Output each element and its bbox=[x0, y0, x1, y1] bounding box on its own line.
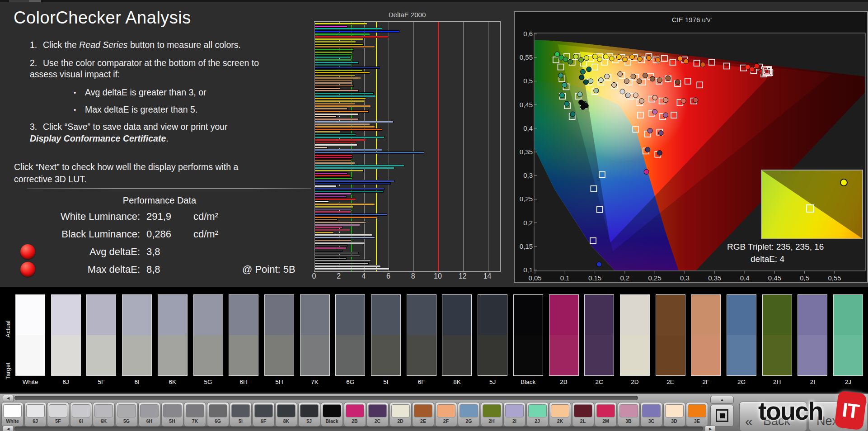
metric-extra: @ Point: 5B bbox=[242, 264, 306, 275]
swatch-button-6H[interactable]: 6H bbox=[138, 402, 160, 427]
measured-dot bbox=[652, 109, 657, 114]
comparator-patch-5G bbox=[193, 294, 223, 376]
bottom-scrollbar-track[interactable] bbox=[14, 426, 703, 431]
instruction-step-1: 1.Click the Read Series button to measur… bbox=[13, 39, 260, 51]
swatch-button-3B[interactable]: 3B bbox=[618, 402, 640, 427]
target-color bbox=[798, 335, 827, 375]
top-scrollbar-track[interactable] bbox=[14, 396, 638, 400]
deltae-bar bbox=[315, 162, 355, 164]
swatch-button-5J[interactable]: 5J bbox=[298, 402, 320, 427]
swatch-label: 2M bbox=[595, 418, 616, 424]
swatch-button-3E[interactable]: 3E bbox=[686, 402, 708, 427]
swatch-button-2L[interactable]: 2L bbox=[572, 402, 594, 427]
scroll-left-icon[interactable]: ◀ bbox=[3, 395, 14, 402]
measured-dot bbox=[675, 80, 680, 85]
swatch-color bbox=[26, 404, 45, 417]
measured-dot bbox=[637, 79, 642, 84]
swatch-button-5I[interactable]: 5I bbox=[230, 402, 252, 427]
comparator-patch-5H bbox=[264, 294, 294, 376]
target-color bbox=[265, 335, 294, 375]
deltae-bar bbox=[315, 129, 382, 130]
swatch-label: 7K bbox=[184, 418, 206, 424]
swatch-button-2I[interactable]: 2I bbox=[503, 402, 525, 427]
comparator-patch-2D bbox=[620, 294, 650, 376]
comparator-patch-7K bbox=[300, 294, 330, 376]
measured-dot bbox=[646, 56, 651, 61]
swatch-label: 3C bbox=[641, 418, 662, 424]
deltae-bar bbox=[315, 82, 352, 84]
swatch-button-2B[interactable]: 2B bbox=[344, 402, 366, 427]
swatch-button-7K[interactable]: 7K bbox=[184, 402, 206, 427]
swatch-label: 2F bbox=[436, 418, 457, 424]
scroll-left-icon[interactable]: ◀ bbox=[3, 426, 14, 431]
swatch-button-2H[interactable]: 2H bbox=[481, 402, 503, 427]
swatch-button-2F[interactable]: 2F bbox=[435, 402, 457, 427]
swatch-label: 2C bbox=[367, 418, 388, 424]
swatch-button-2M[interactable]: 2M bbox=[595, 402, 617, 427]
target-color bbox=[585, 335, 614, 375]
swatch-color bbox=[277, 404, 296, 417]
pattern-window-button[interactable] bbox=[710, 405, 734, 426]
swatch-button-2D[interactable]: 2D bbox=[389, 402, 412, 427]
swatch-button-6F[interactable]: 6F bbox=[253, 402, 275, 427]
svg-text:0,45: 0,45 bbox=[768, 274, 781, 282]
deltae-chart bbox=[314, 21, 501, 272]
swatch-button-6G[interactable]: 6G bbox=[207, 402, 229, 427]
deltae-bar bbox=[315, 222, 366, 223]
deltae-bar bbox=[315, 155, 352, 156]
deltae-bar bbox=[315, 160, 351, 161]
scroll-up-button[interactable]: ▲ bbox=[710, 396, 734, 404]
deltae-bar bbox=[315, 204, 375, 205]
target-color bbox=[194, 335, 223, 375]
deltae-bar bbox=[315, 180, 394, 182]
swatch-button-White[interactable]: White bbox=[1, 402, 23, 427]
swatch-label: 2J bbox=[527, 418, 548, 424]
swatch-button-5H[interactable]: 5H bbox=[161, 402, 183, 427]
deltae-bar bbox=[315, 144, 357, 146]
swatch-label: 2G bbox=[458, 418, 479, 424]
patch-label: 6I bbox=[122, 379, 152, 385]
deltae-bar bbox=[315, 165, 404, 166]
swatch-button-5F[interactable]: 5F bbox=[47, 402, 69, 427]
swatch-button-3C[interactable]: 3C bbox=[640, 402, 662, 427]
deltae-bar bbox=[315, 142, 356, 143]
swatch-button-2E[interactable]: 2E bbox=[412, 402, 434, 427]
swatch-button-6I[interactable]: 6I bbox=[70, 402, 92, 427]
swatch-button-2G[interactable]: 2G bbox=[458, 402, 480, 427]
swatch-button-Black[interactable]: Black bbox=[321, 402, 343, 427]
inset-deltae-readout: deltaE: 4 bbox=[751, 254, 784, 264]
target-color bbox=[52, 335, 80, 375]
performance-row: Black Luminance: 0,286 cd/m² bbox=[13, 225, 306, 243]
comparator-patch-2B bbox=[549, 294, 579, 376]
swatch-button-2J[interactable]: 2J bbox=[526, 402, 549, 427]
swatch-button-2C[interactable]: 2C bbox=[366, 402, 389, 427]
deltae-bar bbox=[315, 67, 380, 68]
measured-dot bbox=[597, 57, 602, 62]
comparator-patch-5J bbox=[478, 294, 507, 376]
svg-text:0,15: 0,15 bbox=[520, 242, 533, 250]
actual-color bbox=[549, 295, 578, 335]
swatch-button-5G[interactable]: 5G bbox=[116, 402, 138, 427]
measured-dot bbox=[564, 101, 569, 106]
swatch-color bbox=[596, 404, 615, 417]
measured-dot bbox=[555, 52, 560, 57]
deltae-bar bbox=[315, 247, 346, 249]
deltae-bar bbox=[315, 173, 347, 174]
swatch-button-6J[interactable]: 6J bbox=[24, 402, 47, 427]
swatch-button-2K[interactable]: 2K bbox=[549, 402, 571, 427]
target-color bbox=[16, 335, 45, 375]
swatch-button-6K[interactable]: 6K bbox=[93, 402, 115, 427]
swatch-button-3D[interactable]: 3D bbox=[663, 402, 685, 427]
deltae-bar bbox=[315, 108, 347, 109]
separator-line bbox=[27, 188, 311, 189]
deltae-bar bbox=[315, 252, 358, 254]
swatch-color bbox=[574, 404, 592, 417]
swatch-button-8K[interactable]: 8K bbox=[275, 402, 297, 427]
scroll-right-icon[interactable]: ▶ bbox=[705, 426, 716, 431]
target-color bbox=[87, 335, 116, 375]
deltae-bar bbox=[315, 193, 351, 194]
target-color bbox=[834, 335, 863, 375]
deltae-bar bbox=[315, 196, 346, 197]
deltae-bar bbox=[315, 41, 356, 43]
swatch-label: 3D bbox=[664, 418, 685, 424]
